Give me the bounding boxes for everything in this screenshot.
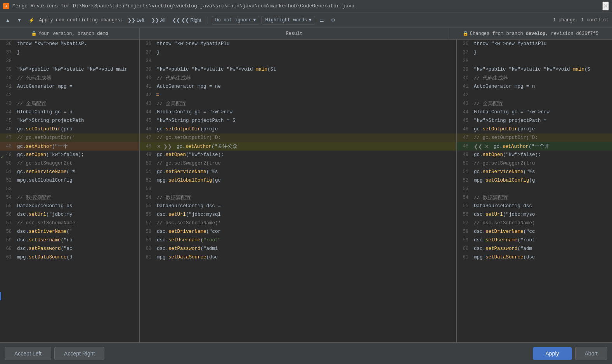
apply-left-button[interactable]: ❯❯ Left [125,16,147,24]
table-row: 44 GlobalConfig gc = n [0,108,139,116]
line-code: GlobalConfig gc = "kw">new [472,109,612,115]
line-number: 41 [140,84,154,89]
line-code: // gc.setOutputDir(' [15,135,139,140]
bottom-right-actions: Apply Abort [533,347,608,360]
center-pane-scroll[interactable]: 36 throw "kw">new MybatisPlu37 }3839 "kw… [140,40,456,342]
line-number: 46 [457,127,472,132]
table-row: 55 DataSourceConfig dsc [457,202,612,210]
line-number: 45 [140,118,154,123]
accept-left-button[interactable]: Accept Left [5,347,51,360]
apply-all-label: All [160,17,165,23]
line-number: 57 [0,220,15,226]
line-number: 47 [0,135,15,140]
line-code: dsc.setUrl("jdbc:mysql [154,212,456,217]
accept-right-button[interactable]: Accept Right [54,347,104,360]
table-row: 52 mpg.setGlobalConfig [0,176,139,185]
line-number: 41 [0,84,15,89]
magic-icon: ⚡ [29,17,35,23]
highlight-dropdown[interactable]: Highlight words ▼ [262,16,315,24]
line-code: AutoGenerator mpg = n [472,84,612,89]
line-code: gc.setServiceName("%s [154,169,456,175]
gear-icon: ⚙ [331,17,335,23]
dropdown-arrow-icon: ▼ [253,17,256,23]
table-row: 41 AutoGenerator mpg = [0,82,139,91]
line-number: 51 [140,169,154,175]
apply-all-icon: ❯❯ [151,17,159,23]
line-number: 48 [0,144,15,149]
line-code: dsc.setUsername("ro [15,237,139,243]
table-row: 53 [140,185,456,193]
left-gutter-mark [0,292,1,300]
line-code: dsc.setPassword("adm [472,246,612,251]
settings-button[interactable]: ⚙ [329,16,338,24]
accept-change-button[interactable]: ❯❯ [163,144,173,149]
prev-change-button[interactable]: ▲ [3,16,12,24]
table-row: 36 throw "kw">new MybatisP. [0,40,139,48]
reject-change-button[interactable]: ✕ [156,144,162,149]
right-label: ❮❮ Right [181,17,201,23]
table-row: 58 dsc.setDriverName(' [0,227,139,236]
line-code: // 全局配置 [472,101,612,107]
apply-all-button[interactable]: ❯❯ All [149,16,168,24]
line-number: 39 [140,67,154,72]
accept-right-change-button[interactable]: ❮❮ [473,144,483,149]
ignore-dropdown[interactable]: Do not ignore ▼ [212,16,260,24]
line-number: 43 [457,101,472,106]
reject-right-change-button[interactable]: ✕ [484,144,490,149]
line-number: 50 [457,161,472,166]
table-row: 45 "kw">String projectPath = S [140,116,456,125]
line-code: AutoGenerator mpg = ne [154,84,456,89]
table-row: 59 dsc.setUsername("ro [0,236,139,244]
table-row: 42 [457,91,612,99]
app-icon: I [3,3,9,9]
next-change-button[interactable]: ▼ [15,16,24,24]
table-row: 44 GlobalConfig gc = "kw">new [457,108,612,116]
line-number: 36 [0,41,15,47]
line-code: // dsc.setSchemaName( [472,220,612,226]
line-code: mpg.setDataSource(dsc [154,255,456,260]
line-number: 38 [0,58,15,64]
line-number: 52 [457,178,472,183]
line-number: 40 [0,75,15,81]
line-code: throw "kw">new MybatisP. [15,41,139,47]
close-button[interactable]: ✕ [602,2,609,10]
table-row: 59 dsc.setUsername("root" [140,236,456,244]
line-number: 37 [140,50,154,55]
table-row: 39 "kw">public "kw">static "kw">void mai… [140,65,456,74]
center-pane: 36 throw "kw">new MybatisPlu37 }3839 "kw… [140,40,457,342]
line-number: 48 [457,144,472,149]
abort-button[interactable]: Abort [575,347,607,360]
apply-button[interactable]: Apply [533,347,572,360]
line-code: mpg.setDataSource(d [15,255,139,260]
table-row: 44 GlobalConfig gc = "kw">new [140,108,456,116]
table-row: 41 AutoGenerator mpg = n [457,82,612,91]
line-number: 44 [457,109,472,115]
line-number: 42 [0,92,15,98]
magic-button[interactable]: ⚡ [26,16,37,24]
line-number: 61 [0,255,15,260]
table-row: 52 mpg.setGlobalConfig(gc [140,176,456,185]
bottom-left-actions: Accept Left Accept Right [5,347,104,360]
table-row: 61 mpg.setDataSource(dsc [140,253,456,262]
table-row: 54 // 数据源配置 [457,193,612,202]
line-number: 43 [0,101,15,106]
line-code: gc.setOpen("kw">false); [154,152,456,158]
line-number: 51 [0,169,15,175]
table-row: 43 // 全局配置 [140,99,456,108]
center-col-header: Result [140,28,449,39]
line-code: gc.setAuthor("一个 [15,143,139,150]
eq-icon: ≡ [154,92,161,98]
columns-button[interactable]: ⚌ [317,16,326,24]
highlight-arrow-icon: ▼ [309,17,311,23]
line-number: 53 [457,186,472,192]
left-pane-scroll[interactable]: 36 throw "kw">new MybatisP.37 }3839 "kw"… [0,40,139,342]
apply-left-icon: ❯❯ [128,17,135,23]
line-code: gc.setOpen("kw">false); [15,152,139,158]
line-code: gc.setAuthor("关注公众 [174,143,456,150]
line-number: 55 [457,203,472,209]
window-title: Merge Revisions for D:\WorkSpace\IdeaPro… [12,3,355,9]
apply-right-button[interactable]: ❮❮ ❮❮ Right [170,16,203,24]
right-pane-scroll[interactable]: 36 throw "kw">new MybatisPlu37 }3839 "kw… [457,40,612,342]
line-code: dsc.setUsername("root [472,237,612,243]
line-number: 45 [0,118,15,123]
